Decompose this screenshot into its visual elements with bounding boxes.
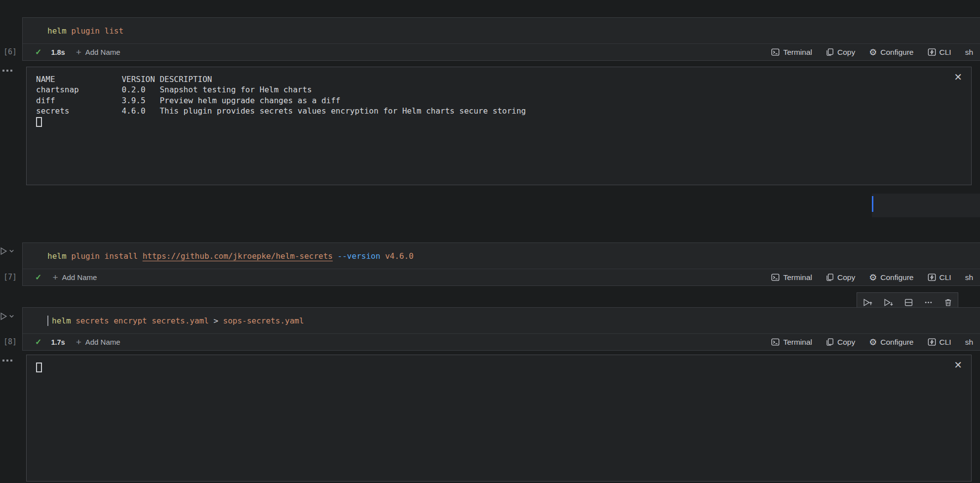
cell-toolbar: Terminal Copy ⚙ Configure CLI sh [771,338,973,347]
plus-icon: + [76,47,81,58]
command-keyword: helm [47,251,67,261]
shell-type-selector[interactable]: sh [965,48,973,57]
output-panel: NAME VERSION DESCRIPTIONchartsnap 0.2.0 … [26,67,972,185]
configure-button[interactable]: ⚙ Configure [869,48,913,57]
cell-toolbar: Terminal Copy ⚙ Configure CLI sh [771,48,973,57]
focus-accent-bar [872,196,873,212]
terminal-icon [771,273,780,282]
command-value: v4.6.0 [380,251,413,261]
success-check-icon: ✓ [35,47,41,57]
plus-icon: + [52,272,58,283]
cli-icon [928,48,936,56]
copy-icon [826,338,834,346]
command-url-link[interactable]: https://github.com/jkroepke/helm-secrets [143,251,333,261]
run-icon [0,247,7,255]
cli-icon [928,273,936,282]
success-check-icon: ✓ [35,273,41,282]
cell-status-row: ✓ + Add Name Terminal Copy ⚙ Configure [23,269,980,285]
run-all-above-button[interactable] [862,298,873,307]
command-value: sops-secrets.yaml [218,316,304,325]
command-args: secrets encrypt secrets.yaml [71,316,214,325]
add-name-button[interactable]: + Add Name [52,272,97,283]
text-caret [47,316,48,326]
chevron-down-icon [9,312,14,321]
shell-type-selector[interactable]: sh [965,273,973,282]
cell-status-row: ✓ 1.8s + Add Name Terminal Copy ⚙ Config… [23,44,980,60]
more-options-icon [924,298,933,307]
command-args: plugin install [67,251,143,261]
split-cell-button[interactable] [904,298,913,307]
terminal-button[interactable]: Terminal [771,273,812,282]
copy-button[interactable]: Copy [826,48,855,57]
close-output-button[interactable]: ✕ [954,72,962,82]
success-check-icon: ✓ [35,337,41,347]
notebook-page: helm plugin list ✓ 1.8s + Add Name Termi… [0,0,980,483]
cli-button[interactable]: CLI [928,338,951,347]
command-editor[interactable]: helm secrets encrypt secrets.yaml > sops… [23,308,980,333]
configure-button[interactable]: ⚙ Configure [869,273,913,282]
cell-toolbar: Terminal Copy ⚙ Configure CLI sh [771,273,973,282]
close-output-button[interactable]: ✕ [954,360,962,370]
code-cell-7: helm plugin install https://github.com/j… [22,242,980,286]
run-cell-handle[interactable] [0,312,14,321]
terminal-cursor [36,117,42,127]
terminal-icon [771,338,780,346]
code-cell-6: helm plugin list ✓ 1.8s + Add Name Termi… [22,17,980,61]
gear-icon: ⚙ [869,48,877,56]
redirect-operator: > [214,316,219,325]
code-cell-8: helm secrets encrypt secrets.yaml > sops… [22,307,980,351]
output-options-handle[interactable] [2,70,12,72]
terminal-cursor [36,362,42,372]
gear-icon: ⚙ [869,274,877,282]
add-name-button[interactable]: + Add Name [76,337,120,348]
cell-execution-index: [6] [3,47,17,56]
gear-icon: ⚙ [869,338,877,346]
copy-icon [826,48,834,56]
copy-icon [826,273,834,282]
command-args: plugin list [67,26,124,36]
split-cell-icon [904,298,913,307]
delete-cell-button[interactable] [943,298,953,307]
command-keyword: helm [52,316,71,325]
chevron-down-icon [9,247,14,255]
command-editor[interactable]: helm plugin install https://github.com/j… [23,243,980,269]
add-name-button[interactable]: + Add Name [76,47,120,58]
cli-button[interactable]: CLI [928,273,951,282]
partial-cell-panel [872,194,980,217]
shell-type-selector[interactable]: sh [965,338,973,347]
terminal-output: NAME VERSION DESCRIPTIONchartsnap 0.2.0 … [36,74,526,129]
output-options-handle[interactable] [2,360,12,362]
cell-execution-index: [8] [3,337,17,346]
copy-button[interactable]: Copy [826,273,855,282]
run-icon [0,312,7,321]
cli-button[interactable]: CLI [928,48,951,57]
more-options-button[interactable] [924,298,933,307]
terminal-icon [771,48,780,56]
run-all-below-icon [883,298,894,307]
terminal-button[interactable]: Terminal [771,48,812,57]
command-editor[interactable]: helm plugin list [23,18,980,43]
terminal-output [36,362,42,375]
cli-icon [928,338,936,346]
plus-icon: + [76,337,81,348]
copy-button[interactable]: Copy [826,338,855,347]
run-all-below-button[interactable] [883,298,894,307]
terminal-button[interactable]: Terminal [771,338,812,347]
command-keyword: helm [47,26,67,36]
execution-duration: 1.8s [51,48,65,56]
run-all-above-icon [862,298,873,307]
configure-button[interactable]: ⚙ Configure [869,338,913,347]
trash-icon [943,298,953,307]
cell-execution-index: [7] [3,273,17,282]
cell-status-row: ✓ 1.7s + Add Name Terminal Copy ⚙ Config… [23,334,980,350]
execution-duration: 1.7s [51,338,65,346]
command-flag: --version [333,251,380,261]
run-cell-handle[interactable] [0,247,14,255]
output-panel: ✕ [26,355,972,482]
